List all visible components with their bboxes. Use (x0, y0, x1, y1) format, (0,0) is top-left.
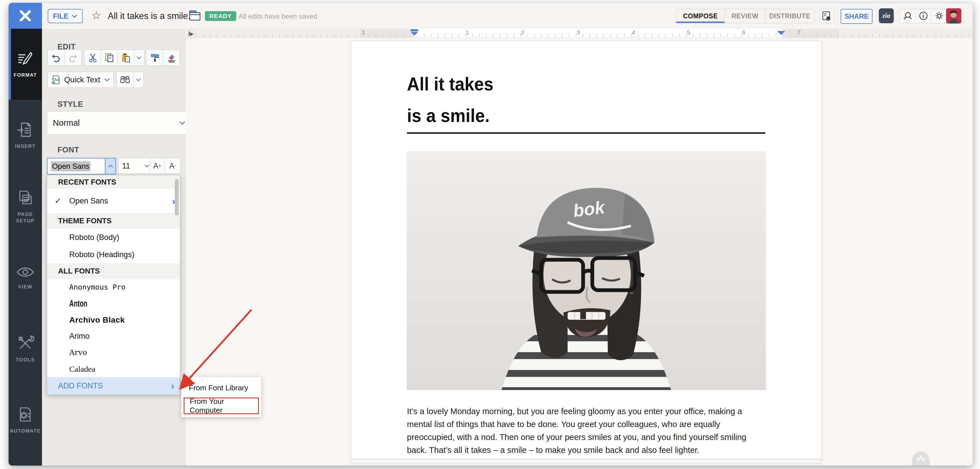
ruler-ticks (195, 34, 973, 37)
chevron-right-icon: › (171, 380, 174, 391)
add-fonts-item[interactable]: ADD FONTS › (47, 377, 180, 395)
redo-button[interactable] (64, 50, 82, 66)
font-family-combo[interactable]: Open Sans (47, 158, 116, 174)
font-size-steppers: A+ A- (150, 158, 180, 174)
file-menu-label: FILE (53, 12, 68, 21)
quick-text-button[interactable]: Aa Quick Text (48, 72, 113, 88)
sidebar-item-format[interactable]: FORMAT (9, 29, 42, 100)
font-item-open-sans[interactable]: ✓ Open Sans › (47, 189, 180, 213)
decrease-font-button[interactable]: A- (165, 158, 180, 174)
undo-button[interactable] (48, 50, 64, 66)
left-indent-marker[interactable] (411, 29, 418, 36)
chevron-down-icon (136, 77, 142, 82)
hanging-indent-marker[interactable] (411, 32, 418, 36)
share-button[interactable]: SHARE (841, 9, 872, 24)
font-item-arvo[interactable]: Arvo (47, 344, 180, 361)
ruler-number: 7 (796, 29, 802, 36)
font-item-label: Arvo (69, 348, 87, 357)
find-group (116, 72, 144, 88)
info-button[interactable] (916, 9, 931, 22)
insert-icon (16, 121, 34, 139)
font-item-arimo[interactable]: Arimo (47, 328, 180, 344)
automate-icon (16, 406, 34, 423)
sidebar-item-insert[interactable]: INSERT (9, 100, 42, 171)
document-title: All it takes is a smile. (108, 11, 191, 21)
left-sidebar: FORMAT INSERT PAGE SETUP (9, 29, 42, 466)
font-size-select[interactable]: 11 (118, 158, 153, 174)
submenu-item-font-library[interactable]: From Font Library (184, 380, 259, 395)
folder-icon[interactable] (189, 10, 200, 21)
dropdown-scrollbar-thumb[interactable] (175, 179, 179, 215)
paragraph-style-select[interactable]: Normal (47, 111, 192, 135)
font-item-label: Open Sans (69, 196, 108, 205)
document-page[interactable]: All it takes is a smile. (351, 41, 821, 463)
x-logo-icon (19, 9, 32, 22)
find-replace-button[interactable] (900, 9, 916, 22)
document-photo: bok (407, 151, 766, 390)
font-item-label: Arimo (69, 332, 90, 341)
ruler-number: 5 (686, 29, 692, 36)
font-item-label: Anton (69, 295, 88, 312)
font-item-anonymous-pro[interactable]: Anonymous Pro (47, 279, 180, 295)
find-button[interactable] (116, 72, 134, 88)
format-painter-button[interactable] (146, 50, 163, 66)
paste-options-dropdown[interactable] (134, 50, 144, 66)
comments-notification-button[interactable] (819, 9, 834, 23)
zia-assistant-button[interactable]: zia (879, 8, 894, 23)
submenu-item-your-computer[interactable]: From Your Computer (184, 398, 259, 414)
tab-distribute[interactable]: DISTRIBUTE (765, 9, 815, 23)
tab-compose[interactable]: COMPOSE (676, 9, 725, 23)
font-item-label: Caladea (69, 364, 95, 374)
format-icon (16, 50, 34, 67)
chevron-down-icon (144, 163, 150, 169)
document-bell-icon (822, 11, 831, 21)
document-heading-line1: All it takes (407, 68, 493, 100)
cut-button[interactable] (84, 50, 101, 66)
autosave-status-text: All edits have been saved (239, 12, 317, 21)
favorite-star-icon[interactable]: ☆ (91, 10, 101, 21)
tab-review[interactable]: REVIEW (725, 9, 765, 23)
info-icon (919, 11, 928, 21)
horizontal-ruler[interactable]: 1 1 2 3 4 5 6 7 (195, 29, 973, 38)
format-panel: EDIT (42, 29, 186, 466)
user-avatar[interactable] (946, 8, 961, 24)
quick-text-icon: Aa (51, 75, 60, 85)
chevron-down-icon (179, 119, 186, 126)
panel-collapse-button[interactable]: ▶ (187, 29, 196, 38)
sidebar-item-page-setup[interactable]: PAGE SETUP (9, 171, 42, 242)
header-bar: FILE ☆ All it takes is a smile. READY Al… (9, 3, 973, 29)
copy-button[interactable] (101, 50, 118, 66)
quick-text-label: Quick Text (64, 76, 100, 84)
cap-logo-text: bok (572, 197, 607, 221)
chevron-up-icon (108, 163, 113, 169)
recent-fonts-header: RECENT FONTS (47, 175, 180, 189)
paste-button[interactable] (118, 50, 134, 66)
right-indent-marker[interactable] (777, 31, 785, 35)
font-item-caladea[interactable]: Caladea (47, 361, 180, 377)
add-fonts-label: ADD FONTS (58, 382, 103, 390)
scroll-to-top-button[interactable] (912, 452, 930, 466)
settings-button[interactable] (931, 9, 947, 22)
first-line-indent-marker[interactable] (411, 29, 418, 31)
sidebar-item-tools[interactable]: TOOLS (9, 314, 42, 385)
svg-text:Aa: Aa (54, 77, 59, 82)
font-item-roboto-body[interactable]: Roboto (Body) (47, 229, 180, 246)
sidebar-item-automate[interactable]: AUTOMATE (9, 385, 42, 456)
style-section-heading: STYLE (57, 100, 83, 109)
increase-font-button[interactable]: A+ (150, 158, 165, 174)
font-item-roboto-headings[interactable]: Roboto (Headings) (47, 246, 180, 263)
font-dropdown-toggle[interactable] (105, 158, 116, 174)
app-window: FILE ☆ All it takes is a smile. READY Al… (9, 3, 973, 466)
clear-formatting-button[interactable] (163, 50, 180, 66)
font-item-anton[interactable]: Anton (47, 295, 180, 312)
font-section-heading: FONT (57, 146, 79, 154)
find-options-dropdown[interactable] (134, 72, 144, 88)
chevron-down-icon (71, 13, 78, 19)
file-menu-button[interactable]: FILE (48, 9, 83, 23)
grow-label: A (153, 162, 158, 171)
font-item-archivo-black[interactable]: Archivo Black (47, 312, 180, 328)
sidebar-item-view[interactable]: VIEW (9, 242, 42, 314)
font-family-input[interactable]: Open Sans (48, 158, 105, 174)
app-logo[interactable] (9, 3, 42, 29)
document-canvas: ▶ 1 1 2 3 4 5 6 7 All it takes is a smil… (186, 29, 973, 466)
